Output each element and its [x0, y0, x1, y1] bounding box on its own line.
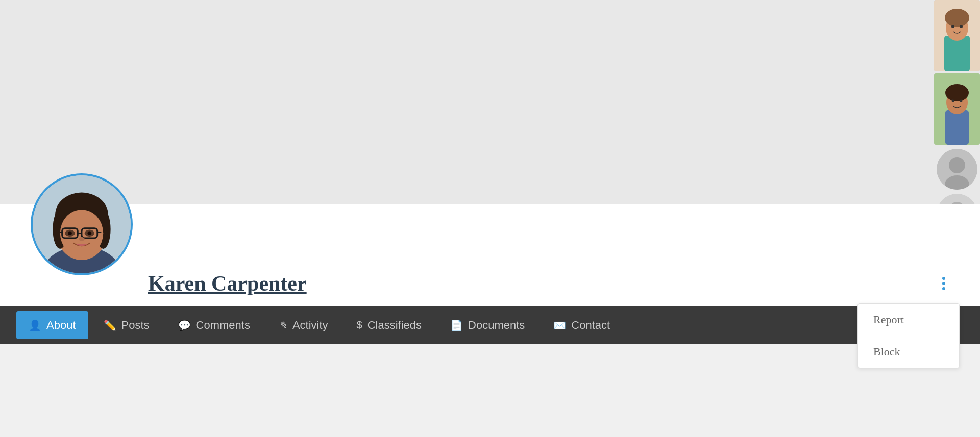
svg-point-11 — [960, 100, 963, 102]
more-options-container: Report Block — [938, 273, 949, 294]
profile-name-area: Karen Carpenter Report Block — [148, 271, 949, 306]
suggested-user-avatar-1[interactable] — [934, 0, 980, 71]
comment-icon: 💬 — [178, 319, 191, 331]
tab-activity[interactable]: ✎ Activity — [264, 306, 342, 344]
tab-documents[interactable]: 📄 Documents — [436, 306, 539, 344]
activity-icon: ✎ — [279, 319, 287, 331]
profile-name: Karen Carpenter — [148, 271, 307, 296]
nav-tabs-bar: 👤 About ✏️ Posts 💬 Comments ✎ Activity $… — [0, 306, 980, 344]
tab-comments[interactable]: 💬 Comments — [164, 306, 264, 344]
block-option[interactable]: Block — [858, 336, 959, 368]
tab-contact[interactable]: ✉️ Contact — [539, 306, 624, 344]
avatar — [31, 173, 133, 275]
dot-2 — [942, 282, 945, 285]
right-sidebar-avatars — [934, 0, 980, 237]
document-icon: 📄 — [450, 319, 463, 331]
profile-inner: Karen Carpenter Report Block — [31, 204, 949, 306]
svg-rect-7 — [945, 110, 969, 145]
dot-3 — [942, 287, 945, 290]
tab-classifieds[interactable]: $ Classifieds — [342, 306, 436, 344]
user-icon: 👤 — [29, 319, 41, 331]
tab-posts[interactable]: ✏️ Posts — [89, 306, 164, 344]
svg-point-3 — [945, 9, 969, 27]
suggested-user-avatar-3[interactable] — [937, 149, 977, 190]
svg-point-33 — [68, 231, 72, 235]
tab-about[interactable]: 👤 About — [16, 311, 88, 339]
dot-1 — [942, 277, 945, 280]
dropdown-menu: Report Block — [857, 303, 960, 368]
svg-rect-1 — [944, 36, 970, 71]
suggested-user-avatar-2[interactable] — [934, 73, 980, 145]
report-option[interactable]: Report — [858, 304, 959, 336]
svg-point-35 — [79, 237, 85, 241]
cover-image — [0, 0, 980, 204]
dollar-icon: $ — [357, 319, 362, 331]
svg-point-9 — [945, 84, 969, 101]
svg-point-34 — [88, 231, 92, 235]
svg-point-13 — [949, 157, 965, 173]
more-options-button[interactable] — [938, 273, 949, 294]
svg-point-4 — [951, 25, 954, 28]
svg-point-10 — [952, 100, 954, 102]
svg-point-5 — [960, 25, 963, 28]
envelope-icon: ✉️ — [553, 319, 566, 331]
pencil-icon: ✏️ — [104, 319, 116, 331]
profile-section: Karen Carpenter Report Block — [0, 204, 980, 306]
avatar-wrapper — [31, 173, 133, 275]
